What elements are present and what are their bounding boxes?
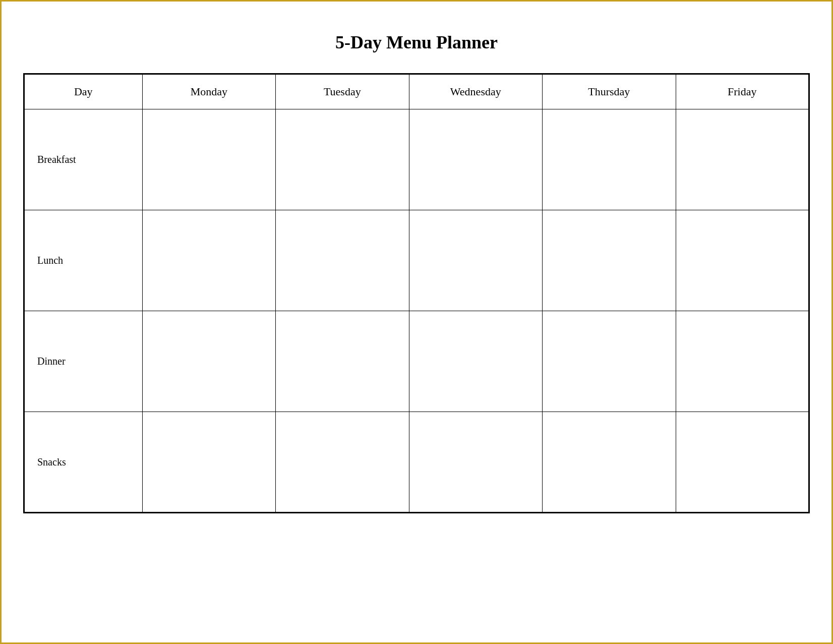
- header-day: Day: [24, 74, 143, 109]
- breakfast-monday[interactable]: [142, 109, 275, 210]
- table-row: Breakfast: [24, 109, 809, 210]
- lunch-wednesday[interactable]: [409, 210, 543, 311]
- menu-planner-table: Day Monday Tuesday Wednesday Thursday Fr…: [23, 73, 810, 513]
- breakfast-friday[interactable]: [676, 109, 809, 210]
- table-row: Dinner: [24, 311, 809, 412]
- breakfast-tuesday[interactable]: [276, 109, 409, 210]
- snacks-friday[interactable]: [676, 412, 809, 513]
- header-row: Day Monday Tuesday Wednesday Thursday Fr…: [24, 74, 809, 109]
- header-thursday: Thursday: [543, 74, 676, 109]
- snacks-thursday[interactable]: [543, 412, 676, 513]
- breakfast-wednesday[interactable]: [409, 109, 543, 210]
- dinner-friday[interactable]: [676, 311, 809, 412]
- lunch-tuesday[interactable]: [276, 210, 409, 311]
- dinner-monday[interactable]: [142, 311, 275, 412]
- snacks-tuesday[interactable]: [276, 412, 409, 513]
- breakfast-thursday[interactable]: [543, 109, 676, 210]
- page-title: 5-Day Menu Planner: [335, 32, 498, 53]
- lunch-thursday[interactable]: [543, 210, 676, 311]
- lunch-friday[interactable]: [676, 210, 809, 311]
- dinner-thursday[interactable]: [543, 311, 676, 412]
- dinner-wednesday[interactable]: [409, 311, 543, 412]
- meal-snacks: Snacks: [24, 412, 143, 513]
- header-friday: Friday: [676, 74, 809, 109]
- meal-dinner: Dinner: [24, 311, 143, 412]
- snacks-monday[interactable]: [142, 412, 275, 513]
- table-row: Snacks: [24, 412, 809, 513]
- header-monday: Monday: [142, 74, 275, 109]
- meal-lunch: Lunch: [24, 210, 143, 311]
- header-wednesday: Wednesday: [409, 74, 543, 109]
- dinner-tuesday[interactable]: [276, 311, 409, 412]
- header-tuesday: Tuesday: [276, 74, 409, 109]
- table-row: Lunch: [24, 210, 809, 311]
- meal-breakfast: Breakfast: [24, 109, 143, 210]
- snacks-wednesday[interactable]: [409, 412, 543, 513]
- lunch-monday[interactable]: [142, 210, 275, 311]
